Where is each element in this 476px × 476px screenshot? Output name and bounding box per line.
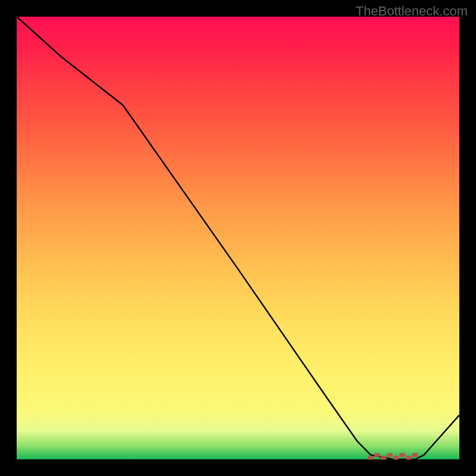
marker-dot [412,453,418,457]
chart-frame: TheBottleneck.com [0,0,476,476]
chart-curve [17,17,459,459]
marker-dot [381,456,387,460]
marker-dot [368,456,374,460]
marker-dot [399,453,405,457]
chart-svg [0,0,476,476]
marker-dot [406,456,412,460]
marker-dot [393,456,399,460]
marker-dot [374,453,380,457]
watermark-text: TheBottleneck.com [356,4,468,19]
marker-dot [387,453,393,457]
